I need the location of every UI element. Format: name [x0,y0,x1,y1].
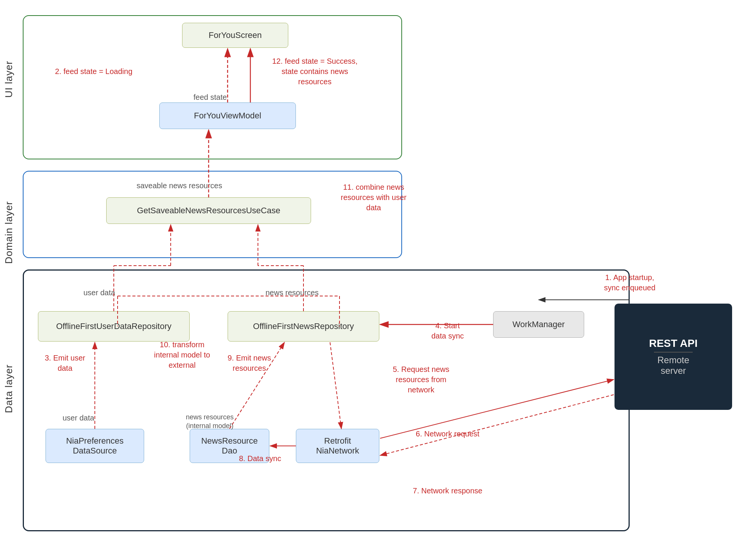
annotation-5: 5. Request news resources from network [379,364,463,395]
annotation-12: 12. feed state = Success, state contains… [266,56,364,87]
data-layer-box [23,269,630,531]
getsaveable-box: GetSaveableNewsResourcesUseCase [106,197,311,224]
domain-layer-label: Domain layer [3,201,15,264]
diagram-container: UI layer Domain layer Data layer ForYouS… [0,0,756,548]
user-data-label-2: user data [63,414,94,422]
annotation-8: 8. Data sync [239,454,281,464]
annotation-1: 1. App startup, sync enqueued [592,272,668,293]
restapi-box: REST API Remote server [615,304,732,410]
news-resources-label-1: news resources [266,288,319,297]
annotation-3: 3. Emit user data [45,353,85,373]
annotation-7: 7. Network response [410,486,486,496]
annotation-6: 6. Network request [410,429,486,439]
data-layer-label: Data layer [3,364,15,413]
ui-layer-label: UI layer [3,61,15,98]
annotation-2: 2. feed state = Loading [55,66,132,77]
saveable-news-label: saveable news resources [137,181,222,190]
feed-state-label: feed state [193,93,227,102]
offlineuserrepo-box: OfflineFirstUserDataRepository [38,311,190,342]
annotation-4: 4. Start data sync [417,321,478,341]
foryouscreen-box: ForYouScreen [182,23,288,48]
user-data-label-1: user data [83,288,115,297]
niaprefs-box: NiaPreferences DataSource [46,429,144,463]
annotation-11: 11. combine news resources with user dat… [330,182,417,213]
workmanager-box: WorkManager [493,311,584,338]
retrofit-box: Retrofit NiaNetwork [296,429,379,463]
annotation-9: 9. Emit news resources [228,353,271,373]
annotation-10: 10. transform internal model to external [140,340,224,370]
foryouviewmodel-box: ForYouViewModel [159,102,296,129]
offlinenewsrepo-box: OfflineFirstNewsRepository [228,311,379,342]
news-resources-internal-label: news resources (internal model) [186,413,234,431]
